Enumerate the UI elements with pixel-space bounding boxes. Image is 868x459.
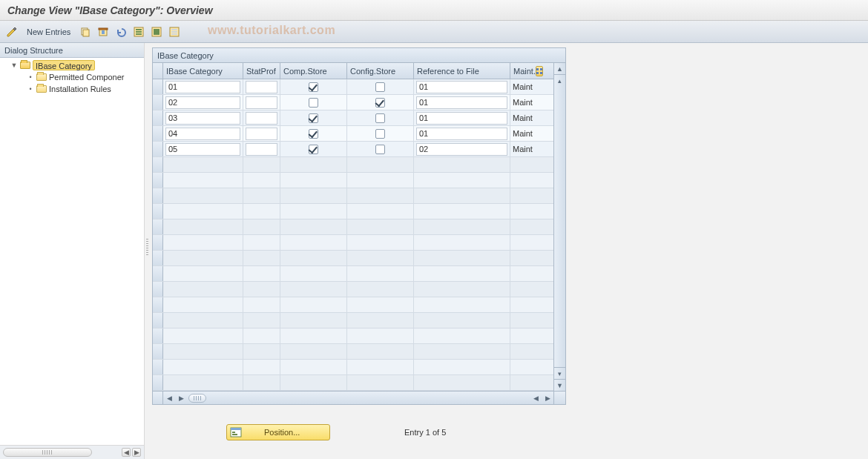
row-selector[interactable] [153,235,163,250]
statprof-input[interactable] [246,112,277,125]
reference-file-input[interactable] [416,143,507,156]
ibase-category-input[interactable] [165,143,240,156]
statprof-input[interactable] [246,81,277,93]
row-selector[interactable] [153,219,163,234]
scroll-line-down-icon[interactable]: ▾ [554,367,565,379]
tree-collapse-icon[interactable]: ▼ [10,62,18,69]
row-selector[interactable] [153,204,163,219]
hscroll-left2-icon[interactable]: ◀ [530,392,542,404]
row-selector[interactable] [153,344,163,359]
splitter-handle[interactable] [145,236,149,258]
col-ibase-category[interactable]: IBase Category [163,63,243,79]
col-maint[interactable]: Maint. [510,63,543,79]
row-selector[interactable] [153,328,163,343]
statprof-input[interactable] [246,96,277,109]
ibase-category-input[interactable] [165,81,240,93]
row-selector[interactable] [153,188,163,203]
reference-file-input[interactable] [416,128,507,140]
row-selector[interactable] [153,126,163,141]
col-statprof[interactable]: StatProf [243,63,280,79]
config-store-checkbox[interactable] [375,82,385,92]
ibase-category-input[interactable] [165,112,240,125]
col-reference-file[interactable]: Reference to File [414,63,510,79]
svg-rect-17 [232,432,235,433]
table-row-empty [153,188,553,204]
grid-header-row: IBase Category StatProf Comp.Store Confi… [153,63,553,79]
entry-counter: Entry 1 of 5 [404,428,446,437]
reference-file-input[interactable] [416,96,507,109]
position-label: Position... [264,428,300,437]
ibase-category-input[interactable] [165,96,240,109]
scroll-down-icon[interactable]: ▼ [554,379,565,391]
deselect-all-icon[interactable] [167,24,182,39]
row-selector[interactable] [153,360,163,374]
reference-file-input[interactable] [416,81,507,93]
reference-file-input[interactable] [416,112,507,125]
hscroll-thumb[interactable] [188,394,206,403]
hscroll-left-icon[interactable]: ◀ [163,392,175,404]
cell-maint: Maint [510,95,543,110]
ibase-category-input[interactable] [165,128,240,140]
cell-statprof [243,95,280,110]
grid-hscrollbar: ◀ ▶ ◀ ▶ [152,392,566,405]
new-entries-button[interactable]: New Entries [22,24,75,39]
select-block-icon[interactable] [149,24,164,39]
col-maint-label: Maint. [513,67,536,76]
scroll-up-icon[interactable]: ▲ [554,63,565,75]
row-selector[interactable] [153,375,163,390]
row-selector[interactable] [153,142,163,156]
svg-rect-16 [231,428,241,430]
row-selector[interactable] [153,297,163,312]
tree-node-permitted-components[interactable]: • Permitted Componer [0,71,144,83]
tree-node-installation-rules[interactable]: • Installation Rules [0,83,144,95]
cell-config-store [347,142,414,156]
sidebar-scroll-right-icon[interactable]: ▶ [132,448,141,457]
table-row: Maint [153,126,553,142]
config-store-checkbox[interactable] [375,98,385,108]
comp-store-checkbox[interactable] [309,145,318,154]
copy-icon[interactable] [78,24,93,39]
comp-store-checkbox[interactable] [309,129,318,139]
config-store-checkbox[interactable] [375,145,385,154]
row-selector[interactable] [153,313,163,328]
comp-store-checkbox[interactable] [309,98,318,108]
select-all-icon[interactable] [131,24,146,39]
comp-store-checkbox[interactable] [309,113,318,123]
cell-config-store [347,95,414,110]
undo-icon[interactable] [114,24,128,39]
sidebar-scroll-left-icon[interactable]: ◀ [122,448,131,457]
row-selector[interactable] [153,110,163,125]
row-selector[interactable] [153,251,163,265]
cell-ibase-category [163,110,243,125]
table-settings-icon[interactable] [536,66,543,76]
config-store-checkbox[interactable] [375,113,385,123]
statprof-input[interactable] [246,128,277,140]
grid-title: IBase Category [152,47,566,62]
tree-node-label: IBase Category [33,60,95,70]
cell-ibase-category [163,126,243,141]
row-selector[interactable] [153,79,163,94]
row-selector[interactable] [153,282,163,297]
hscroll-right-icon[interactable]: ▶ [175,392,187,404]
tree-node-ibase-category[interactable]: ▼ IBase Category [0,59,144,71]
sidebar-hscroll-thumb[interactable] [3,448,92,457]
position-button[interactable]: Position... [226,424,330,440]
config-store-checkbox[interactable] [375,129,385,139]
scroll-track[interactable] [554,87,565,367]
table-row-empty [153,251,553,266]
table-row: Maint [153,142,553,157]
row-selector[interactable] [153,266,163,281]
row-selector[interactable] [153,157,163,172]
toggle-edit-icon[interactable] [4,24,19,39]
delete-icon[interactable] [96,24,111,39]
comp-store-checkbox[interactable] [309,82,318,92]
hscroll-right2-icon[interactable]: ▶ [542,392,553,404]
grid-vscrollbar[interactable]: ▲ ▴ ▾ ▼ [553,63,565,391]
row-selector[interactable] [153,95,163,110]
col-comp-store[interactable]: Comp.Store [280,63,347,79]
statprof-input[interactable] [246,143,277,156]
col-config-store[interactable]: Config.Store [347,63,414,79]
row-selector[interactable] [153,173,163,188]
cell-maint: Maint [510,79,543,94]
scroll-line-up-icon[interactable]: ▴ [554,75,565,87]
